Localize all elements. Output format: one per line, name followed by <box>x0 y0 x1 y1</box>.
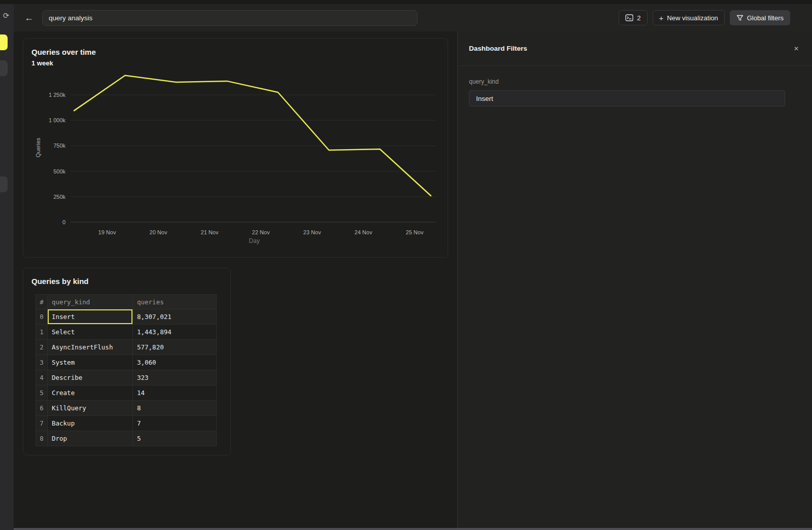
svg-text:22 Nov: 22 Nov <box>252 229 270 235</box>
table-header-row: # query_kind queries <box>36 295 217 309</box>
close-icon[interactable]: ✕ <box>792 44 801 53</box>
table-title: Queries by kind <box>31 277 89 286</box>
new-visualization-button[interactable]: + New visualization <box>653 10 725 25</box>
table-row: 5Create14 <box>36 385 217 401</box>
queries-by-kind-card: Queries by kind # query_kind queries 0In… <box>23 268 231 455</box>
queries-count-cell[interactable]: 5 <box>133 431 217 446</box>
dashboard-filters-panel: Dashboard Filters ✕ query_kind <box>457 31 812 530</box>
top-toolbar: ← 2 + New visualization Global filter <box>14 4 812 31</box>
table-row: 4Describe323 <box>36 370 217 385</box>
row-index-cell: 0 <box>36 309 48 325</box>
queries-by-kind-table: # query_kind queries 0Insert8,307,0211Se… <box>36 294 217 446</box>
query-kind-cell[interactable]: KillQuery <box>48 401 133 416</box>
queries-count-cell[interactable]: 1,443,894 <box>133 325 217 340</box>
window-top-edge <box>0 0 812 4</box>
row-index-cell: 3 <box>36 355 48 370</box>
svg-text:1 250k: 1 250k <box>49 92 66 98</box>
svg-text:21 Nov: 21 Nov <box>201 229 219 235</box>
column-header-index[interactable]: # <box>36 295 48 309</box>
row-index-cell: 8 <box>36 431 48 446</box>
plus-icon: + <box>659 14 664 22</box>
table-row: 0Insert8,307,021 <box>36 309 217 325</box>
filter-field-query-kind: query_kind <box>458 66 812 107</box>
query-kind-cell[interactable]: AsyncInsertFlush <box>48 340 133 355</box>
row-index-cell: 6 <box>36 401 48 416</box>
query-kind-cell[interactable]: Select <box>48 325 133 340</box>
svg-text:Day: Day <box>249 237 259 244</box>
new-visualization-label: New visualization <box>667 14 718 22</box>
svg-text:24 Nov: 24 Nov <box>355 229 373 235</box>
queries-count-cell[interactable]: 14 <box>133 385 217 401</box>
query-kind-cell[interactable]: Insert <box>48 309 133 325</box>
back-button[interactable]: ← <box>23 12 35 24</box>
refresh-icon[interactable]: ⟳ <box>2 11 11 20</box>
query-kind-cell[interactable]: System <box>48 355 133 370</box>
queries-count-cell[interactable]: 323 <box>133 370 217 385</box>
svg-text:250k: 250k <box>53 194 65 200</box>
queries-count-cell[interactable]: 8,307,021 <box>133 309 217 325</box>
svg-text:Queries: Queries <box>35 137 41 157</box>
filters-panel-header: Dashboard Filters ✕ <box>458 31 812 66</box>
svg-text:19 Nov: 19 Nov <box>98 229 116 235</box>
table-row: 8Drop5 <box>36 431 217 446</box>
row-index-cell: 2 <box>36 340 48 355</box>
query-kind-cell[interactable]: Describe <box>48 370 133 385</box>
svg-text:20 Nov: 20 Nov <box>150 229 167 235</box>
table-row: 6KillQuery8 <box>36 401 217 416</box>
left-nav-rail: ⟳ <box>0 0 14 530</box>
svg-text:750k: 750k <box>53 143 65 149</box>
funnel-icon <box>736 15 743 21</box>
column-header-queries[interactable]: queries <box>133 295 217 309</box>
column-header-query-kind[interactable]: query_kind <box>48 295 133 309</box>
row-index-cell: 4 <box>36 370 48 385</box>
queries-over-time-card: Queries over time 1 week 0250k500k750k1 … <box>23 38 448 258</box>
horizontal-scrollbar[interactable] <box>14 528 812 530</box>
toolbar-actions: 2 + New visualization Global filters <box>619 10 790 25</box>
queries-count-cell[interactable]: 8 <box>133 401 217 416</box>
queries-count-cell[interactable]: 577,820 <box>133 340 217 355</box>
table-row: 3System3,060 <box>36 355 217 370</box>
query-kind-cell[interactable]: Backup <box>48 416 133 431</box>
table-row: 7Backup7 <box>36 416 217 431</box>
rail-item-2[interactable] <box>0 60 8 76</box>
dashboard-canvas: Queries over time 1 week 0250k500k750k1 … <box>14 31 457 530</box>
query-kind-cell[interactable]: Create <box>48 385 133 401</box>
svg-text:0: 0 <box>62 219 65 225</box>
row-index-cell: 7 <box>36 416 48 431</box>
svg-text:500k: 500k <box>53 168 65 174</box>
table-row: 1Select1,443,894 <box>36 325 217 340</box>
console-count-button[interactable]: 2 <box>619 10 647 25</box>
rail-item-3[interactable] <box>0 176 8 192</box>
rail-item-active[interactable] <box>0 34 8 50</box>
svg-text:1 000k: 1 000k <box>49 117 66 123</box>
row-index-cell: 5 <box>36 385 48 401</box>
global-filters-button[interactable]: Global filters <box>730 10 790 25</box>
query-kind-cell[interactable]: Drop <box>48 431 133 446</box>
row-index-cell: 1 <box>36 325 48 340</box>
table-row: 2AsyncInsertFlush577,820 <box>36 340 217 355</box>
console-count: 2 <box>637 14 640 22</box>
dashboard-title-input[interactable] <box>42 10 418 26</box>
queries-count-cell[interactable]: 3,060 <box>133 355 217 370</box>
svg-text:25 Nov: 25 Nov <box>406 229 424 235</box>
filter-field-label: query_kind <box>469 78 801 85</box>
svg-text:23 Nov: 23 Nov <box>303 229 321 235</box>
filters-panel-title: Dashboard Filters <box>469 45 527 52</box>
queries-count-cell[interactable]: 7 <box>133 416 217 431</box>
terminal-icon <box>625 14 633 21</box>
global-filters-label: Global filters <box>747 14 784 22</box>
query-kind-filter-input[interactable] <box>469 90 785 107</box>
